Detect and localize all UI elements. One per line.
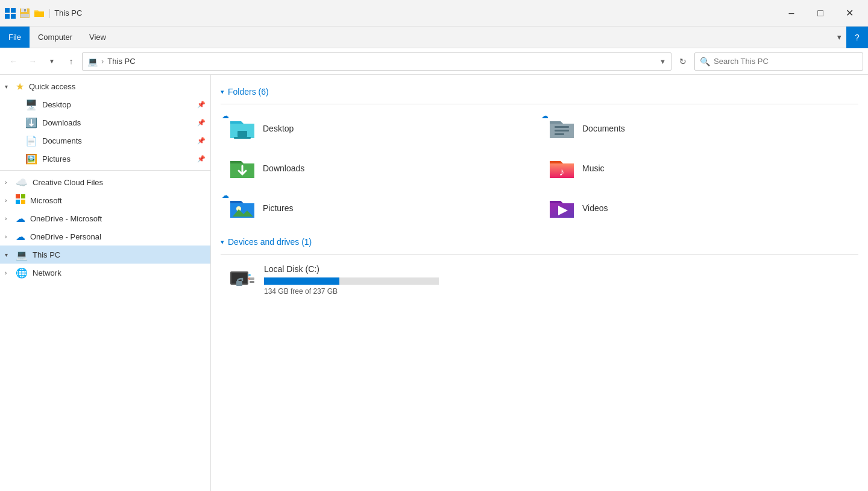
sidebar-onedrive-personal-label: OneDrive - Personal bbox=[30, 232, 101, 241]
folder-videos[interactable]: Videos bbox=[540, 189, 858, 227]
folder-downloads[interactable]: Downloads bbox=[221, 149, 539, 188]
folder-videos-name: Videos bbox=[582, 203, 608, 213]
address-bar: ← → ▼ ↑ 💻 › This PC ▼ ↻ 🔍 bbox=[0, 48, 868, 75]
drives-section: Local Disk (C:) 134 GB free of 237 GB bbox=[221, 259, 858, 300]
chevron-down-icon-2: ▾ bbox=[5, 252, 13, 258]
menu-bar: File Computer View ▾ ? bbox=[0, 27, 868, 48]
window-icon bbox=[5, 8, 16, 19]
sidebar-pictures-label: Pictures bbox=[42, 154, 71, 163]
svg-rect-14 bbox=[555, 126, 569, 128]
chevron-right-icon-3: › bbox=[5, 215, 13, 222]
sidebar-item-downloads[interactable]: ⬇️ Downloads 📌 bbox=[0, 113, 210, 131]
sidebar-downloads-label: Downloads bbox=[42, 118, 81, 127]
folders-section-header[interactable]: ▾ Folders (6) bbox=[221, 87, 858, 97]
menu-computer[interactable]: Computer bbox=[30, 27, 81, 48]
computer-icon: 💻 bbox=[87, 57, 98, 66]
sidebar-item-network[interactable]: › 🌐 Network bbox=[0, 264, 210, 282]
svg-point-22 bbox=[248, 274, 251, 276]
folder-documents[interactable]: ☁ Documents bbox=[540, 109, 858, 148]
folder-downloads-svg bbox=[228, 154, 257, 183]
content-area: ▾ Folders (6) ☁ Desktop bbox=[211, 75, 868, 491]
menu-file[interactable]: File bbox=[0, 27, 30, 48]
cloud-icon-desktop: ☁ bbox=[222, 112, 229, 120]
svg-rect-10 bbox=[16, 200, 20, 204]
sidebar-item-onedrive-personal[interactable]: › ☁ OneDrive - Personal bbox=[0, 227, 210, 246]
sidebar-thispc-label: This PC bbox=[33, 250, 60, 259]
floppy-icon[interactable] bbox=[19, 8, 30, 19]
ribbon-collapse-button[interactable]: ▾ bbox=[837, 33, 841, 42]
drive-c-info: Local Disk (C:) 134 GB free of 237 GB bbox=[264, 264, 467, 296]
sidebar-item-onedrive-ms[interactable]: › ☁ OneDrive - Microsoft bbox=[0, 209, 210, 227]
svg-rect-13 bbox=[234, 137, 251, 139]
folder-music[interactable]: ♪ Music bbox=[540, 149, 858, 188]
address-path[interactable]: 💻 › This PC ▼ bbox=[82, 52, 671, 71]
folders-label: Folders (6) bbox=[228, 87, 269, 97]
sidebar-item-thispc[interactable]: ▾ 💻 This PC bbox=[0, 246, 210, 264]
sidebar-quickaccess[interactable]: ▾ ★ Quick access bbox=[0, 77, 210, 95]
svg-rect-6 bbox=[24, 9, 26, 11]
creative-cloud-icon: ☁️ bbox=[16, 177, 28, 188]
svg-rect-24 bbox=[250, 281, 254, 283]
folder-videos-icon-wrap bbox=[547, 194, 576, 223]
drive-local-c[interactable]: Local Disk (C:) 134 GB free of 237 GB bbox=[221, 259, 474, 300]
folder-downloads-icon-wrap bbox=[228, 154, 257, 183]
desktop-folder-icon: 🖥️ bbox=[25, 99, 37, 110]
folders-chevron-icon: ▾ bbox=[221, 88, 224, 96]
title-bar-left: | This PC bbox=[5, 8, 82, 19]
svg-rect-8 bbox=[16, 194, 20, 198]
folder-icon[interactable] bbox=[34, 8, 45, 19]
chevron-right-icon-5: › bbox=[5, 270, 13, 276]
search-input[interactable] bbox=[714, 57, 858, 66]
folders-grid: ☁ Desktop ☁ bbox=[221, 109, 858, 227]
svg-rect-2 bbox=[5, 14, 10, 19]
up-button[interactable]: ↑ bbox=[63, 53, 80, 70]
svg-rect-0 bbox=[5, 8, 10, 13]
folder-desktop[interactable]: ☁ Desktop bbox=[221, 109, 539, 148]
close-button[interactable]: ✕ bbox=[835, 4, 863, 23]
documents-folder-icon: 📄 bbox=[25, 135, 37, 147]
search-box[interactable]: 🔍 bbox=[694, 52, 863, 71]
folder-documents-svg bbox=[547, 114, 576, 143]
svg-rect-16 bbox=[555, 133, 564, 135]
recent-button[interactable]: ▼ bbox=[43, 53, 60, 70]
svg-rect-15 bbox=[555, 130, 569, 131]
pictures-folder-icon: 🖼️ bbox=[25, 153, 37, 165]
drive-c-bar-bg bbox=[264, 277, 439, 285]
forward-button[interactable]: → bbox=[24, 53, 41, 70]
sidebar-item-creative-cloud[interactable]: › ☁️ Creative Cloud Files bbox=[0, 173, 210, 191]
chevron-down-icon: ▾ bbox=[5, 83, 13, 90]
folder-desktop-icon-wrap: ☁ bbox=[228, 114, 257, 143]
folder-documents-icon-wrap: ☁ bbox=[547, 114, 576, 143]
address-dropdown-button[interactable]: ▼ bbox=[659, 58, 666, 65]
sidebar-item-desktop[interactable]: 🖥️ Desktop 📌 bbox=[0, 95, 210, 113]
folder-music-svg: ♪ bbox=[547, 154, 576, 183]
folder-documents-name: Documents bbox=[582, 124, 625, 133]
sidebar-item-documents[interactable]: 📄 Documents 📌 bbox=[0, 131, 210, 150]
sidebar-item-microsoft[interactable]: › Microsoft bbox=[0, 191, 210, 209]
pin-icon-4: 📌 bbox=[197, 155, 206, 163]
folder-downloads-name: Downloads bbox=[263, 163, 304, 173]
svg-rect-3 bbox=[11, 14, 16, 19]
svg-rect-25 bbox=[250, 277, 254, 280]
sidebar-item-pictures[interactable]: 🖼️ Pictures 📌 bbox=[0, 150, 210, 168]
sidebar-microsoft-label: Microsoft bbox=[30, 196, 62, 205]
star-icon: ★ bbox=[16, 81, 24, 92]
folder-pictures-icon-wrap: ☁ bbox=[228, 194, 257, 223]
folder-pictures[interactable]: ☁ Pictures bbox=[221, 189, 539, 227]
back-button[interactable]: ← bbox=[5, 53, 22, 70]
maximize-button[interactable]: □ bbox=[807, 4, 834, 23]
svg-rect-26 bbox=[236, 281, 242, 286]
chevron-right-icon-2: › bbox=[5, 197, 13, 204]
thispc-icon: 💻 bbox=[16, 249, 28, 261]
onedrive-personal-icon: ☁ bbox=[16, 231, 25, 242]
menu-view[interactable]: View bbox=[81, 27, 115, 48]
devices-section-header[interactable]: ▾ Devices and drives (1) bbox=[221, 237, 858, 247]
svg-rect-7 bbox=[20, 14, 29, 17]
window-controls: – □ ✕ bbox=[778, 4, 863, 23]
refresh-button[interactable]: ↻ bbox=[674, 52, 692, 71]
minimize-button[interactable]: – bbox=[778, 4, 805, 23]
title-bar: | This PC – □ ✕ bbox=[0, 0, 868, 27]
sidebar-creative-cloud-label: Creative Cloud Files bbox=[33, 178, 103, 187]
cloud-icon-documents: ☁ bbox=[541, 112, 549, 120]
help-button[interactable]: ? bbox=[846, 27, 868, 48]
